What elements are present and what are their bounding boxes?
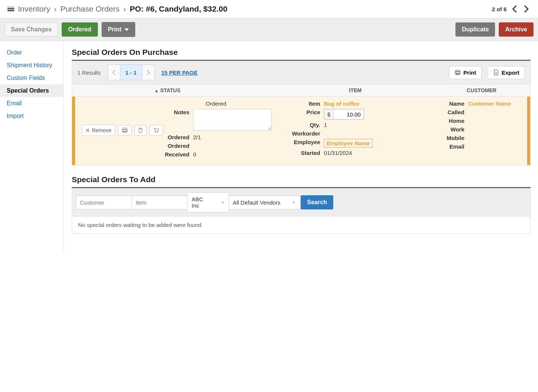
prev-record-button[interactable] xyxy=(510,5,519,13)
breadcrumb-purchase-orders[interactable]: Purchase Orders xyxy=(60,4,120,13)
next-record-button[interactable] xyxy=(522,5,531,13)
sidebar: Order Shipment History Custom Fields Spe… xyxy=(0,41,64,250)
remove-button[interactable]: ✕Remove xyxy=(82,125,115,136)
pagination: 1 - 1 xyxy=(108,65,155,80)
sidebar-item-shipment-history[interactable]: Shipment History xyxy=(0,59,63,72)
filter-bar: ABC Inc▼ All Default Vendors▼ Search xyxy=(72,188,531,217)
chevron-right-icon: › xyxy=(54,4,56,13)
caret-down-icon: ▼ xyxy=(292,200,296,205)
save-changes-button: Save Changes xyxy=(4,22,58,37)
section-title-on-purchase: Special Orders On Purchase xyxy=(72,48,531,57)
breadcrumb: Inventory › Purchase Orders › PO: #6, Ca… xyxy=(7,4,228,13)
print-label: Print xyxy=(108,26,121,33)
col-customer[interactable]: CUSTOMER xyxy=(433,87,530,93)
sort-up-icon[interactable]: ▲ xyxy=(154,88,159,93)
shop-select[interactable]: ABC Inc▼ xyxy=(188,192,229,212)
sidebar-item-email[interactable]: Email xyxy=(0,97,63,110)
row-print-button[interactable] xyxy=(118,125,132,136)
pager-text: 2 of 6 xyxy=(492,6,507,12)
empty-message: No special orders waiting to be added we… xyxy=(72,217,531,234)
customer-link[interactable]: Customer Name xyxy=(468,100,511,107)
special-order-row: ✕Remove Ordered Notes Ordered2/1 Ord xyxy=(72,97,531,165)
print-list-button[interactable]: Print xyxy=(449,66,482,79)
price-input[interactable] xyxy=(334,109,364,119)
table-header: ▲STATUS ITEM CUSTOMER xyxy=(72,84,531,97)
sidebar-item-order[interactable]: Order xyxy=(0,46,63,59)
duplicate-button[interactable]: Duplicate xyxy=(455,22,495,37)
content: Order Shipment History Custom Fields Spe… xyxy=(0,41,538,250)
started-value: 01/31/2024 xyxy=(324,150,428,156)
menu-icon[interactable] xyxy=(7,7,14,11)
page-next-button[interactable] xyxy=(142,65,155,80)
print-icon xyxy=(455,70,461,75)
section-title-to-add: Special Orders To Add xyxy=(72,175,531,184)
svg-rect-0 xyxy=(456,70,460,72)
received-label: Received xyxy=(160,151,189,158)
export-icon xyxy=(494,69,499,75)
per-page-link[interactable]: 15 PER PAGE xyxy=(161,69,198,76)
currency-symbol: $ xyxy=(324,109,334,119)
svg-rect-1 xyxy=(455,72,460,74)
ordered-button[interactable]: Ordered xyxy=(62,22,98,37)
results-count: 1 Results xyxy=(77,69,101,76)
print-dropdown-button[interactable]: Print xyxy=(102,22,135,37)
col-item[interactable]: ITEM xyxy=(278,87,433,93)
page-prev-button[interactable] xyxy=(108,65,120,80)
price-input-group: $ xyxy=(324,109,364,119)
on-purchase-panel: 1 Results 1 - 1 15 PER PAGE Print xyxy=(72,60,531,165)
to-add-panel: ABC Inc▼ All Default Vendors▼ Search No … xyxy=(72,187,531,234)
qty-value: 1 xyxy=(324,122,428,128)
svg-rect-4 xyxy=(122,130,127,132)
breadcrumb-inventory[interactable]: Inventory xyxy=(18,4,50,13)
customer-filter-input[interactable] xyxy=(76,196,132,209)
record-pager: 2 of 6 xyxy=(492,5,531,13)
notes-input[interactable] xyxy=(193,109,272,131)
notes-label: Notes xyxy=(160,109,189,115)
sidebar-item-custom-fields[interactable]: Custom Fields xyxy=(0,72,63,84)
search-button[interactable]: Search xyxy=(301,195,333,209)
col-status[interactable]: STATUS xyxy=(160,87,180,93)
print-icon xyxy=(122,128,128,133)
ordered-value: 2/1 xyxy=(193,134,272,140)
topbar: Inventory › Purchase Orders › PO: #6, Ca… xyxy=(0,0,538,18)
archive-button[interactable]: Archive xyxy=(499,22,534,37)
action-toolbar: Save Changes Ordered Print Duplicate Arc… xyxy=(0,18,538,41)
chevron-right-icon: › xyxy=(123,4,126,13)
breadcrumb-current: PO: #6, Candyland, $32.00 xyxy=(130,4,227,13)
main: Special Orders On Purchase 1 Results 1 -… xyxy=(64,41,538,250)
page-range[interactable]: 1 - 1 xyxy=(120,65,142,80)
ordered-label: Ordered xyxy=(160,134,189,140)
status-value: Ordered xyxy=(160,100,272,107)
export-button[interactable]: Export xyxy=(488,66,525,79)
svg-rect-3 xyxy=(123,128,127,130)
trash-icon xyxy=(138,128,143,133)
customer-column: NameCustomer Name Called Home Work Mobil… xyxy=(433,100,530,160)
employee-link[interactable]: Employee Name xyxy=(324,139,372,147)
caret-down-icon xyxy=(124,28,129,31)
status-column: Ordered Notes Ordered2/1 Ordered Receive… xyxy=(154,100,278,160)
row-actions: ✕Remove xyxy=(72,100,154,160)
received-value: 0 xyxy=(193,151,272,158)
item-link[interactable]: Bag of coffee xyxy=(324,100,359,107)
sidebar-item-import[interactable]: Import xyxy=(0,110,63,122)
item-filter-input[interactable] xyxy=(132,196,188,209)
panel-controls: 1 Results 1 - 1 15 PER PAGE Print xyxy=(72,61,531,84)
ordered2-label: Ordered xyxy=(160,143,189,149)
vendor-select[interactable]: All Default Vendors▼ xyxy=(229,196,301,209)
sidebar-item-special-orders[interactable]: Special Orders xyxy=(0,84,63,97)
row-delete-button[interactable] xyxy=(134,125,146,136)
item-column: ItemBag of coffee Price $ Qty.1 Workorde… xyxy=(278,100,433,160)
caret-down-icon: ▼ xyxy=(221,200,225,205)
close-icon: ✕ xyxy=(86,127,90,133)
